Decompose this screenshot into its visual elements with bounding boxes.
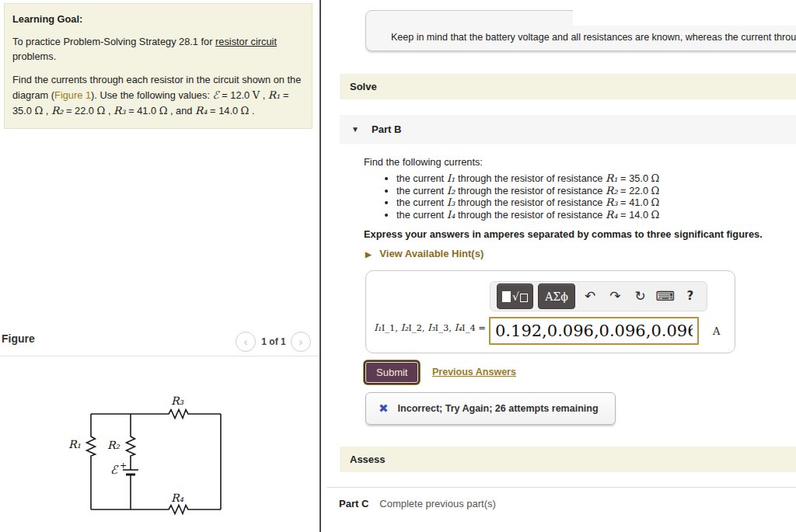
text-segment: ℰ	[213, 89, 219, 101]
text-segment: R₃	[606, 196, 618, 208]
text-segment: R₁	[268, 89, 281, 101]
resistor-circuit-link[interactable]: resistor circuit	[215, 36, 277, 47]
text-segment: I₁	[374, 322, 382, 333]
text-segment: I_4 =	[462, 322, 486, 333]
answer-variable-label: I₁I_1, I₂I_2, I₃I_3, I₄I_4 =	[372, 322, 486, 333]
circuit-wires	[87, 410, 222, 514]
current-bullet-list: the current I₁ through the resistor of r…	[372, 172, 659, 221]
text-segment: I₂	[447, 184, 456, 196]
feedback-banner: ✖ Incorrect; Try Again; 26 attempts rema…	[365, 392, 616, 425]
text-segment: = 14.0	[208, 105, 241, 116]
text-segment: R₄	[606, 208, 618, 221]
help-icon: ?	[687, 289, 694, 303]
redo-icon: ↷	[609, 288, 620, 304]
keyboard-icon: ⌨	[655, 288, 675, 304]
text-segment: R₁	[606, 172, 618, 184]
figure-next-button[interactable]: ›	[291, 332, 311, 352]
reset-button[interactable]: ↻	[630, 284, 650, 308]
text-segment: Ω	[159, 105, 168, 116]
current-bullet: the current I₄ through the resistor of r…	[396, 209, 659, 221]
text-segment: the current	[396, 196, 447, 208]
current-bullet: the current I₁ through the resistor of r…	[396, 172, 659, 185]
text-segment: I₃	[428, 322, 435, 333]
bottom-wire-r4-resistor	[91, 506, 221, 514]
text-segment: Ω	[651, 172, 660, 184]
text-segment: problems.	[12, 50, 56, 62]
help-button[interactable]: ?	[680, 284, 700, 308]
part-c-status: Complete previous part(s)	[379, 498, 496, 509]
text-segment: Ω	[241, 105, 250, 116]
text-segment: R₄	[195, 104, 208, 116]
r3-label: R₃	[171, 395, 184, 407]
learning-goal-para1: To practice Problem-Solving Strategy 28.…	[12, 34, 304, 64]
text-segment: = 22.0	[64, 105, 97, 116]
text-segment: through the resistor of resistance	[455, 196, 605, 208]
hints-arrow-icon: ▶	[365, 250, 372, 259]
assess-section-header: Assess	[340, 447, 796, 472]
battery-plus-sign: +	[120, 461, 127, 471]
r1-label: R₁	[68, 438, 81, 450]
text-segment: ). Use the following values:	[91, 89, 212, 101]
previous-answers-link[interactable]: Previous Answers	[432, 367, 516, 377]
math-toolbar: √ ΑΣϕ ↶ ↷ ↻ ⌨ ?	[490, 281, 707, 311]
learning-goal-panel: Learning Goal: To practice Problem-Solvi…	[4, 3, 312, 129]
part-c-title: Part C	[339, 498, 368, 509]
emf-label: ℰ	[110, 463, 119, 477]
answer-unit: A	[713, 325, 720, 337]
collapse-caret-icon[interactable]: ▼	[351, 125, 372, 134]
redo-button[interactable]: ↷	[605, 284, 625, 308]
learning-goal-para2: Find the currents through each resistor …	[12, 72, 304, 119]
circuit-diagram: R₁ R₂ R₃ R₄ ℰ +	[47, 384, 249, 532]
text-segment: ,	[105, 105, 113, 116]
text-segment: the current	[396, 172, 447, 184]
top-wire-r3-resistor	[91, 410, 221, 419]
part-b-header[interactable]: ▼ Part B	[340, 115, 796, 144]
text-segment: Ω	[651, 185, 660, 196]
figure-header-divider	[0, 356, 319, 356]
text-segment: I_3,	[435, 322, 455, 333]
text-segment: = 12.0	[219, 89, 253, 101]
text-segment: = 22.0	[618, 185, 651, 196]
chevron-right-icon: ›	[299, 335, 303, 348]
r2-label: R₂	[107, 439, 120, 451]
text-segment: through the resistor of resistance	[455, 209, 605, 221]
filled-square-icon	[502, 291, 511, 302]
text-segment: .	[249, 105, 254, 116]
text-segment: = 41.0	[618, 196, 651, 208]
text-segment: I_2,	[408, 322, 428, 333]
figure-1-link[interactable]: Figure 1	[54, 89, 91, 101]
assess-header-label: Assess	[350, 454, 386, 465]
text-segment: R₃	[113, 104, 126, 116]
text-segment: Ω	[651, 196, 660, 208]
text-segment: I₃	[447, 196, 456, 208]
text-segment: R₂	[51, 104, 64, 116]
view-hints-toggle[interactable]: ▶ View Available Hint(s)	[365, 248, 484, 259]
text-segment: = 14.0	[618, 209, 651, 221]
answer-entry-box: √ ΑΣϕ ↶ ↷ ↻ ⌨ ? I₁I_1, I₂I_2, I₃I_3, I₄I…	[365, 270, 735, 353]
greek-symbols-button[interactable]: ΑΣϕ	[538, 283, 575, 309]
text-segment: the current	[396, 209, 447, 221]
figure-prev-button[interactable]: ‹	[236, 332, 256, 352]
keyboard-shortcuts-button[interactable]: ⌨	[655, 284, 676, 308]
submit-button[interactable]: Submit	[365, 362, 418, 383]
text-segment: To practice Problem-Solving Strategy 28.…	[12, 36, 215, 47]
text-segment: , and	[167, 105, 195, 116]
current-bullet: the current I₂ through the resistor of r…	[396, 185, 659, 197]
equation-templates-button[interactable]: √	[497, 283, 533, 309]
chevron-left-icon: ‹	[244, 335, 248, 348]
empty-square-icon	[520, 294, 528, 302]
text-segment: I₁	[447, 172, 456, 184]
text-segment: = 41.0	[126, 105, 159, 116]
part-c-divider	[326, 487, 796, 488]
text-segment: V	[253, 89, 260, 101]
solve-header-label: Solve	[350, 81, 377, 92]
greek-symbols-label: ΑΣϕ	[545, 290, 568, 303]
current-bullet: the current I₃ through the resistor of r…	[396, 196, 659, 209]
figure-page-indicator: 1 of 1	[257, 336, 291, 347]
answer-input[interactable]	[489, 317, 699, 345]
undo-button[interactable]: ↶	[580, 284, 600, 308]
text-segment: I₄	[447, 208, 456, 221]
express-instruction: Express your answers in amperes separate…	[364, 228, 763, 240]
part-c-row: Part C Complete previous part(s)	[339, 498, 496, 509]
middle-wire-r2-resistor	[127, 414, 135, 470]
